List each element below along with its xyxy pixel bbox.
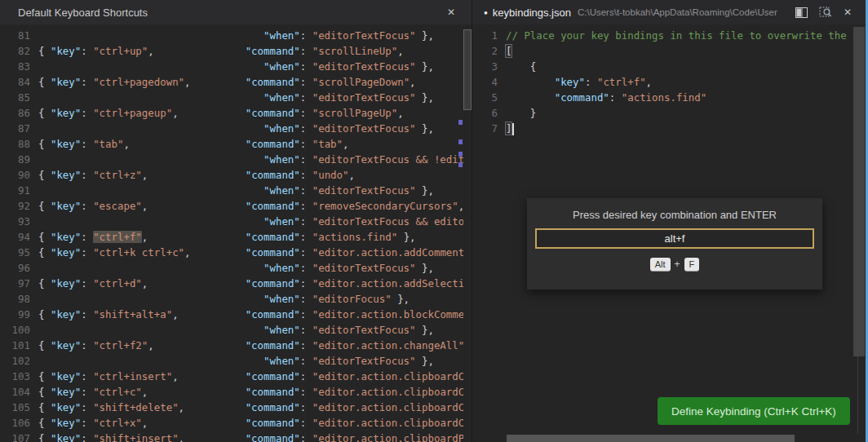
define-keybinding-button[interactable]: Define Keybinding (Ctrl+K Ctrl+K) (658, 397, 850, 425)
line-number: 98 (0, 291, 38, 307)
code-line: 104{ "key": "ctrl+c", "command": "editor… (0, 384, 463, 400)
file-path: C:\Users\t-tobkah\AppData\Roaming\Code\U… (578, 7, 777, 17)
line-number: 90 (0, 167, 38, 183)
code-line: 82{ "key": "ctrl+up", "command": "scroll… (0, 43, 463, 59)
code-line: 95{ "key": "ctrl+k ctrl+c", "command": "… (0, 245, 463, 260)
code-line: 96 "when": "editorTextFocus" }, (0, 260, 463, 276)
keybinding-input[interactable] (535, 228, 814, 249)
code-line: 103{ "key": "ctrl+insert", "command": "e… (0, 369, 463, 384)
code-line: 107{ "key": "shift+insert", "command": "… (0, 431, 463, 442)
line-number: 89 (0, 152, 38, 167)
line-number: 6 (472, 105, 506, 121)
editor-pane-default-shortcuts: Default Keyboard Shortcuts ✕ 81 "when": … (0, 0, 472, 442)
line-number: 105 (0, 400, 38, 415)
line-number: 84 (0, 74, 38, 90)
left-code-editor[interactable]: 81 "when": "editorTextFocus" },82{ "key"… (0, 24, 463, 442)
line-number: 95 (0, 245, 38, 260)
vscode-window: Default Keyboard Shortcuts ✕ 81 "when": … (0, 0, 868, 442)
pressed-keys-row: Alt + F (527, 258, 822, 271)
right-editor-header: ● keybindings.json C:\Users\t-tobkah\App… (472, 0, 868, 24)
left-scrollbar-thumb[interactable] (463, 29, 472, 110)
code-line: 91 "when": "editorTextFocus" }, (0, 183, 463, 198)
overview-ruler-mark (458, 152, 463, 157)
close-icon[interactable]: ✕ (447, 0, 455, 24)
widget-zone-border (857, 356, 858, 434)
line-number: 91 (0, 183, 38, 198)
left-editor-header: Default Keyboard Shortcuts ✕ (0, 0, 472, 24)
line-number: 100 (0, 322, 38, 338)
line-number: 5 (472, 90, 506, 105)
code-line: 97{ "key": "ctrl+d", "command": "editor.… (0, 276, 463, 291)
line-number: 106 (0, 415, 38, 431)
line-number: 99 (0, 307, 38, 322)
code-line: 86{ "key": "ctrl+pageup", "command": "sc… (0, 105, 463, 121)
code-line: 7] (472, 121, 853, 136)
code-line: 81 "when": "editorTextFocus" }, (0, 28, 463, 43)
code-line: 94{ "key": "ctrl+f", "command": "actions… (0, 229, 463, 245)
code-line: 4 "key": "ctrl+f", (472, 74, 853, 90)
line-number: 104 (0, 384, 38, 400)
code-line: 89 "when": "editorTextFocus && !editorTa… (0, 152, 463, 167)
code-line: 5 "command": "actions.find" (472, 90, 853, 105)
code-line: 6 } (472, 105, 853, 121)
code-line: 101{ "key": "ctrl+f2", "command": "edito… (0, 338, 463, 353)
line-number: 4 (472, 74, 506, 90)
line-number: 93 (0, 214, 38, 229)
left-vertical-scrollbar[interactable] (463, 24, 472, 442)
code-line: 98 "when": "editorFocus" }, (0, 291, 463, 307)
horizontal-scrollbar-thumb[interactable] (507, 435, 795, 442)
modified-dot-icon: ● (484, 9, 488, 16)
overview-ruler-mark (458, 139, 463, 144)
line-number: 92 (0, 198, 38, 214)
code-line: 92{ "key": "escape", "command": "removeS… (0, 198, 463, 214)
code-line: 2[ (472, 43, 853, 59)
code-line: 105{ "key": "shift+delete", "command": "… (0, 400, 463, 415)
code-line: 84{ "key": "ctrl+pagedown", "command": "… (0, 74, 463, 90)
line-number: 2 (472, 43, 506, 59)
line-number: 97 (0, 276, 38, 291)
define-keybinding-widget: Press desired key combination and ENTER … (527, 198, 822, 290)
line-number: 103 (0, 369, 38, 384)
code-line: 93 "when": "editorTextFocus && editorHas… (0, 214, 463, 229)
line-number: 94 (0, 229, 38, 245)
line-number: 101 (0, 338, 38, 353)
line-number: 86 (0, 105, 38, 121)
line-number: 88 (0, 136, 38, 152)
code-line: 87 "when": "editorTextFocus" }, (0, 121, 463, 136)
keybinding-dialog-title: Press desired key combination and ENTER (527, 198, 822, 221)
line-number: 96 (0, 260, 38, 276)
line-number: 7 (472, 121, 506, 136)
plus-separator: + (675, 259, 680, 270)
overview-ruler-mark (458, 120, 463, 125)
code-line: 1// Place your key bindings in this file… (472, 28, 853, 43)
editor-pane-keybindings-json: ● keybindings.json C:\Users\t-tobkah\App… (472, 0, 868, 442)
code-line: 102 "when": "editorTextFocus" }, (0, 353, 463, 369)
code-line: 83 "when": "editorTextFocus" }, (0, 59, 463, 74)
code-line: 3 { (472, 59, 853, 74)
file-name: keybindings.json (493, 7, 571, 19)
line-number: 102 (0, 353, 38, 369)
code-line: 85 "when": "editorTextFocus" }, (0, 90, 463, 105)
overview-ruler-mark (458, 162, 463, 167)
line-number: 81 (0, 28, 38, 43)
code-line: 100 "when": "editorTextFocus" }, (0, 322, 463, 338)
keycap-alt: Alt (650, 258, 671, 271)
line-number: 85 (0, 90, 38, 105)
code-line: 90{ "key": "ctrl+z", "command": "undo", (0, 167, 463, 183)
code-line: 106{ "key": "ctrl+x", "command": "editor… (0, 415, 463, 431)
line-number: 87 (0, 121, 38, 136)
right-scrollbar-thumb[interactable] (853, 27, 865, 356)
line-number: 107 (0, 431, 38, 442)
close-icon[interactable]: ✕ (844, 0, 852, 24)
split-editor-icon[interactable] (795, 7, 808, 18)
header-actions (795, 0, 832, 24)
code-line: 88{ "key": "tab", "command": "tab", (0, 136, 463, 152)
line-number: 1 (472, 28, 506, 43)
line-number: 3 (472, 59, 506, 74)
line-number: 82 (0, 43, 38, 59)
left-editor-title: Default Keyboard Shortcuts (18, 7, 148, 19)
code-line: 99{ "key": "shift+alt+a", "command": "ed… (0, 307, 463, 322)
keycap-f: F (684, 258, 700, 271)
open-preview-icon[interactable] (819, 7, 832, 18)
line-number: 83 (0, 59, 38, 74)
